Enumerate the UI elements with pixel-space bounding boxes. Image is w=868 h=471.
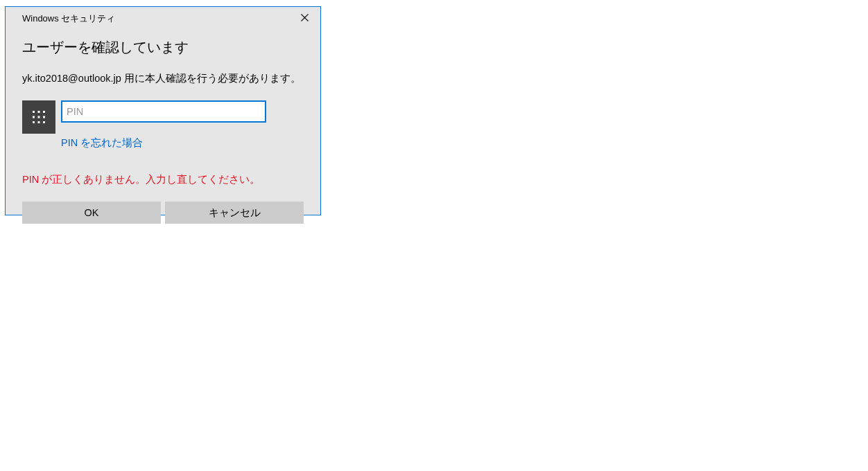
dialog-title: Windows セキュリティ [22,12,115,25]
close-button[interactable] [288,7,320,30]
svg-rect-8 [43,121,45,123]
svg-rect-6 [33,121,35,123]
svg-rect-5 [43,116,45,118]
forgot-pin-link[interactable]: PIN を忘れた場合 [61,136,266,150]
error-message: PIN が正しくありません。入力し直してください。 [22,173,304,186]
close-icon [301,13,309,24]
pin-input[interactable] [61,100,266,123]
cancel-button[interactable]: キャンセル [165,202,304,224]
svg-rect-7 [38,121,40,123]
security-dialog: Windows セキュリティ ユーザーを確認しています yk.ito2018@o… [5,6,321,215]
svg-rect-3 [33,116,35,118]
dialog-content: ユーザーを確認しています yk.ito2018@outlook.jp 用に本人確… [6,30,320,239]
button-row: OK キャンセル [22,202,304,224]
pin-input-column: PIN を忘れた場合 [61,100,266,150]
dialog-heading: ユーザーを確認しています [22,38,304,57]
svg-rect-1 [38,111,40,113]
svg-rect-4 [38,116,40,118]
instruction-text: yk.ito2018@outlook.jp 用に本人確認を行う必要があります。 [22,72,304,85]
keypad-icon [22,100,55,134]
pin-row: PIN を忘れた場合 [22,100,304,150]
svg-rect-0 [33,111,35,113]
titlebar: Windows セキュリティ [6,7,320,30]
ok-button[interactable]: OK [22,202,161,224]
svg-rect-2 [43,111,45,113]
